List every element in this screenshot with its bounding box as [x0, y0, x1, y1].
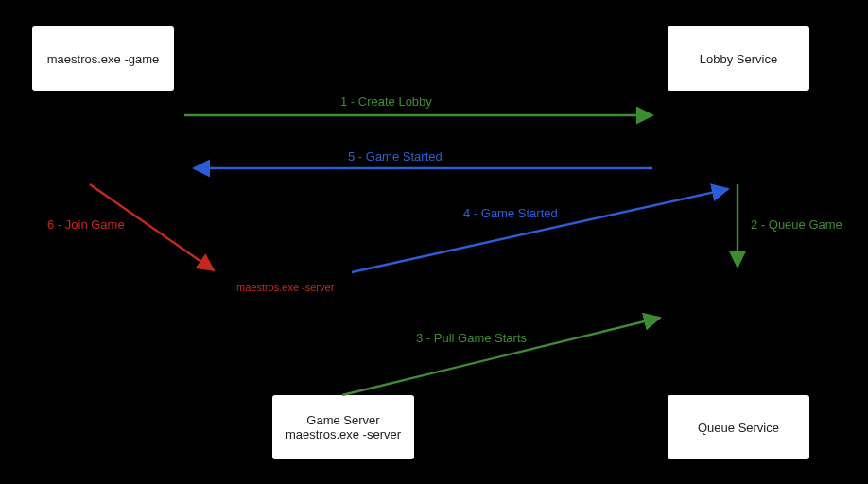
node-client: maestros.exe -game — [32, 26, 174, 91]
label-maestros-server: maestros.exe -server — [236, 282, 334, 293]
node-lobby: Lobby Service — [668, 26, 809, 91]
label-step-3: 3 - Pull Game Starts — [416, 331, 527, 345]
node-server: Game Servermaestros.exe -server — [272, 395, 414, 459]
label-step-2: 2 - Queue Game — [751, 217, 842, 232]
arrow-4-game-started — [352, 189, 728, 272]
arrow-3-pull-game-starts — [342, 318, 660, 395]
label-step-6: 6 - Join Game — [47, 217, 125, 232]
node-queue: Queue Service — [668, 395, 809, 459]
label-step-5: 5 - Game Started — [348, 149, 443, 164]
label-step-4: 4 - Game Started — [463, 206, 558, 220]
label-step-1: 1 - Create Lobby — [340, 95, 432, 109]
